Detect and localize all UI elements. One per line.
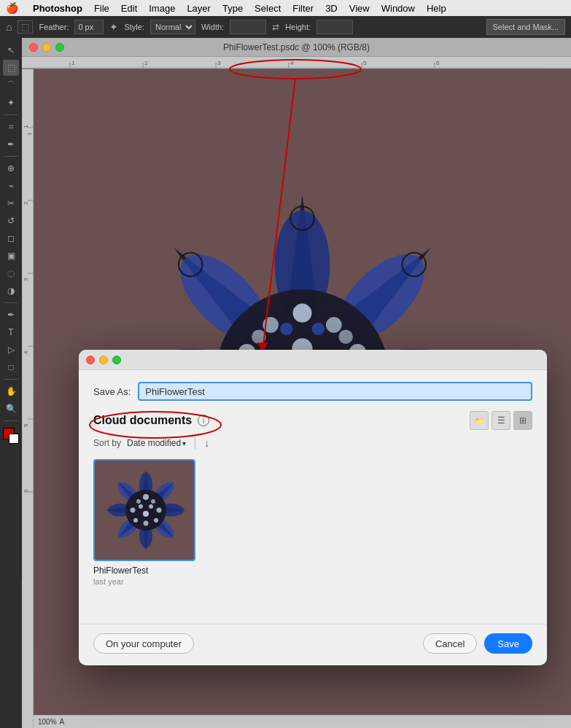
dialog-close-button[interactable] [86,356,95,364]
tools-panel: ↖ ⬚ ⌒ ✦ ⌗ ✒ ⊕ ⌁ ✂ ↺ ◻ ▣ ◌ ◑ ✒ T ▷ □ ✋ 🔍 [0,38,22,728]
style-select[interactable]: Normal [150,20,195,34]
cloud-docs-title: Cloud documents [93,414,192,427]
svg-point-65 [280,323,292,335]
file-name: PhiFlowerTest [93,565,148,576]
menu-filter[interactable]: Filter [292,3,314,14]
pen-tool[interactable]: ✒ [3,307,19,323]
svg-point-91 [151,499,155,504]
hand-tool[interactable]: ✋ [3,383,19,399]
svg-point-63 [252,329,266,344]
svg-text:1: 1 [26,132,33,136]
window-controls [29,43,64,52]
app-name[interactable]: Photoshop [33,3,82,14]
sort-select[interactable]: Date modified ▾ [127,438,186,448]
sort-divider [195,437,195,449]
folder-new-button[interactable]: 📁 [470,411,489,430]
brush-tool[interactable]: ⌁ [3,178,19,194]
crop-tool[interactable]: ⌗ [3,119,19,135]
save-as-label: Save As: [93,386,131,397]
ruler-horizontal: 1 2 3 4 5 6 [22,57,571,69]
menu-type[interactable]: Type [222,3,243,14]
menu-image[interactable]: Image [149,3,175,14]
tool-separator-4 [4,379,18,380]
tool-separator-1 [4,114,18,115]
svg-point-100 [139,504,143,509]
info-icon[interactable]: i [198,415,209,426]
select-mask-button[interactable]: Select and Mask... [486,19,566,35]
svg-point-94 [131,508,136,513]
svg-point-48 [326,317,342,333]
height-input[interactable] [316,20,353,34]
menu-select[interactable]: Select [255,3,281,14]
chevron-down-icon: ▾ [182,439,186,447]
svg-text:2: 2 [144,60,148,66]
magic-wand-tool[interactable]: ✦ [3,95,19,111]
sort-direction-button[interactable]: ↓ [204,437,209,449]
gradient-tool[interactable]: ▣ [3,248,19,264]
list-view-button[interactable]: ☰ [492,411,510,430]
file-date: last year [93,577,124,586]
menu-window[interactable]: Window [381,3,415,14]
file-thumbnail[interactable]: PhiFlowerTest last year [93,459,195,605]
save-as-row: Save As: [93,382,532,401]
tool-separator-3 [4,302,18,303]
svg-point-62 [338,329,353,344]
sort-value: Date modified [127,438,181,448]
cancel-button[interactable]: Cancel [423,633,477,654]
shape-tool[interactable]: □ [3,359,19,375]
svg-point-96 [133,518,138,522]
save-button[interactable]: Save [484,633,532,654]
marquee-option[interactable]: ⬚ [18,20,33,34]
sort-row: Sort by Date modified ▾ ↓ [93,437,532,449]
eyedropper-tool[interactable]: ✒ [3,136,19,152]
height-label: Height: [285,23,311,31]
apple-menu[interactable]: 🍎 [6,2,18,14]
menu-edit[interactable]: Edit [121,3,137,14]
save-as-input[interactable] [138,382,532,401]
home-icon[interactable]: ⌂ [6,21,12,33]
feather-label: Feather: [39,23,69,31]
blur-tool[interactable]: ◌ [3,265,19,281]
menu-3d[interactable]: 3D [325,3,338,14]
dodge-tool[interactable]: ◑ [3,283,19,299]
width-input[interactable] [230,20,266,34]
feather-input[interactable] [74,20,104,34]
move-tool[interactable]: ↖ [3,42,19,58]
cloud-docs-title-area: Cloud documents i [93,414,209,427]
status-extra: A [60,718,65,726]
swap-icon[interactable]: ⇄ [272,22,279,32]
maximize-button[interactable] [55,43,64,52]
text-tool[interactable]: T [3,324,19,340]
foreground-color[interactable] [3,428,19,444]
window-title: PhiFlowerTest.psdc @ 100% (RGB/8) [223,42,370,52]
healing-brush-tool[interactable]: ⊕ [3,160,19,176]
svg-point-49 [263,317,279,333]
menu-file[interactable]: File [94,3,109,14]
menu-layer[interactable]: Layer [187,3,211,14]
dialog-footer: On your computer Cancel Save [79,624,547,665]
svg-text:5: 5 [363,60,367,66]
eraser-tool[interactable]: ◻ [3,230,19,246]
svg-point-47 [292,304,311,323]
menu-help[interactable]: Help [427,3,446,14]
minimize-button[interactable] [42,43,51,52]
history-brush-tool[interactable]: ↺ [3,213,19,229]
grid-view-button[interactable]: ⊞ [513,411,532,430]
dialog-minimize-button[interactable] [99,356,108,364]
clone-stamp-tool[interactable]: ✂ [3,195,19,211]
path-selection-tool[interactable]: ▷ [3,342,19,358]
menu-view[interactable]: View [349,3,370,14]
lasso-tool[interactable]: ⌒ [3,77,19,93]
svg-point-98 [143,511,149,517]
svg-point-93 [157,508,162,513]
view-controls: 📁 ☰ ⊞ [470,411,532,430]
on-computer-button[interactable]: On your computer [93,633,194,654]
marquee-tool[interactable]: ⬚ [3,60,19,76]
svg-point-92 [136,499,141,504]
status-bar: 100% A [34,715,571,728]
svg-point-64 [312,323,325,335]
close-button[interactable] [29,43,38,52]
zoom-tool[interactable]: 🔍 [3,401,19,417]
menubar: 🍎 Photoshop File Edit Image Layer Type S… [0,0,571,16]
dialog-maximize-button[interactable] [112,356,121,364]
